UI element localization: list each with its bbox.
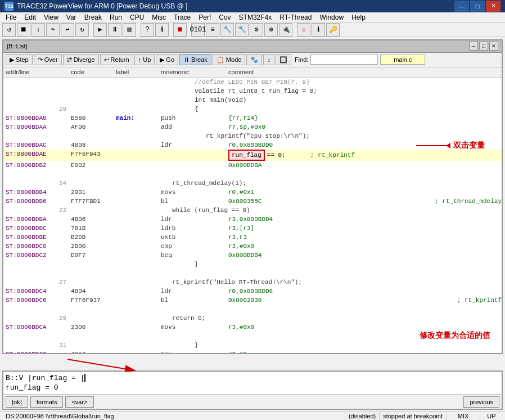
tb-trace[interactable]: ≡ [206,23,219,37]
table-row: ST:0800BDC4 4804 ldr r0,0x800BDD8 [3,287,502,296]
table-row: ST:0800BDC6 F7F6F937 bl 0x8002038 ; rt_k… [3,296,502,305]
menu-perf[interactable]: Perf [195,12,214,22]
win-title: [B::List] [7,43,28,49]
table-row: 31 } [3,341,502,350]
menu-stm32f4x[interactable]: STM32F4x [236,12,276,22]
tb-key[interactable]: 🔑 [326,23,340,37]
app-icon: T32 [4,2,13,11]
tb-stop2[interactable]: ⏹ [173,23,187,37]
close-button[interactable]: ✕ [486,1,501,12]
table-row [3,170,502,179]
return-button[interactable]: ↩ Return [100,54,133,65]
statusbar: DS:20000F98 \\rtthread\Global\run_flag (… [0,411,505,420]
input-display: B::V |run_flag = | [6,374,499,382]
tb-mem[interactable]: 0101 [191,23,205,37]
find-input[interactable] [310,55,378,65]
minimize-button[interactable]: — [454,1,469,12]
annotation-double-click-text: 双击变量 [453,141,485,151]
win-minimize[interactable]: ─ [469,42,478,51]
red-arrow-svg [56,356,157,373]
col-headers: addr/line code label mnemonic comment [3,67,502,78]
tb-help[interactable]: ? [141,23,154,37]
ok-button[interactable]: [ok] [6,396,28,408]
run-flag-box[interactable]: run_flag [228,150,265,161]
table-row: rt_kprintf("cpu stop!\r\n"); [3,132,502,141]
status-path: DS:20000F98 \\rtthread\Global\run_flag [2,412,345,420]
table-row: int main(void) [3,96,502,105]
diverge-button[interactable]: ⇄ Diverge [63,54,99,65]
titlebar: T32 TRACE32 PowerView for ARM 0 [Power D… [0,0,505,12]
tb-step-ret[interactable]: ↩ [61,23,74,37]
mode-button[interactable]: 📋 Mode [213,54,246,65]
menu-break[interactable]: Break [81,12,105,22]
menu-help[interactable]: Help [348,12,369,22]
code-area[interactable]: //define LED0_PIN GET_PIN(F, 9) volatile… [3,78,502,353]
formats-button[interactable]: formats [30,396,64,408]
icon-btn2[interactable]: ↕ [263,54,274,65]
menu-cov[interactable]: Cov [215,12,234,22]
win-maximize[interactable]: □ [479,42,488,51]
menu-misc[interactable]: Misc [148,12,169,22]
go-button[interactable]: ▶ Go [156,54,178,65]
code-window: [B::List] ─ □ ✕ ▶ Step ↷ Over ⇄ Diverge … [2,39,503,354]
tb-stop[interactable]: ⏹ [17,23,30,37]
menu-view[interactable]: View [40,12,62,22]
tb-perf[interactable]: 🔧 [220,23,234,37]
menu-file[interactable]: File [2,12,20,22]
step-button[interactable]: ▶ Step [6,54,33,65]
table-row: } [3,260,502,269]
tb-cmd[interactable]: ▤ [123,23,136,37]
var-button[interactable]: <var> [65,396,93,408]
down-arrow-container [0,356,505,369]
menu-window[interactable]: Window [316,12,347,22]
tb-go[interactable]: ▶ [93,23,107,37]
table-row: ST:0800BDBC 781B ldrb r3,[r3] [3,224,502,233]
table-row: ST:0800BDA0 B580 main: push {r7,r14} [3,114,502,123]
table-row: ST:0800BDCC 4618 mov r0,r3 [3,350,502,353]
table-row: 22 while (run_flag == 0) [3,206,502,215]
table-row: 24 rt_thread_mdelay(1); [3,179,502,188]
icon-btn1[interactable]: 🐾 [246,54,262,65]
tb-cov[interactable]: 🔧 [235,23,249,37]
menu-run[interactable]: Run [106,12,125,22]
bottom-panel: B::V |run_flag = | run_flag = 0 [ok] for… [2,371,503,410]
tb-misc2[interactable]: ⚙ [264,23,278,37]
tb-warn[interactable]: ⚠ [297,23,310,37]
win-titlebar: [B::List] ─ □ ✕ [3,40,502,53]
tb-info[interactable]: ℹ [155,23,169,37]
cursor [84,374,85,382]
tb-misc3[interactable]: 🔌 [279,23,292,37]
table-row: ST:0800BDAE F7F6F943 run_flag == 0; ; rt… [3,150,502,161]
find-file-input[interactable] [380,55,425,65]
maximize-button[interactable]: □ [470,1,485,12]
table-row: volatile rt_uint8_t run_flag = 0; [3,87,502,96]
menu-cpu[interactable]: CPU [127,12,147,22]
menu-var[interactable]: Var [63,12,80,22]
bottom-buttons: [ok] formats <var> previous [3,394,502,409]
tb-redo[interactable]: ↻ [75,23,89,37]
up-button[interactable]: ↑ Up [134,54,155,65]
icon-btn3[interactable]: 🔲 [276,54,291,65]
tb-step-over[interactable]: ↷ [46,23,60,37]
tb-info2[interactable]: ℹ [312,23,325,37]
menu-trace[interactable]: Trace [170,12,194,22]
over-button[interactable]: ↷ Over [34,54,62,65]
table-row: 20 { [3,105,502,114]
tb-reset[interactable]: ↺ [2,23,16,37]
previous-button[interactable]: previous [463,396,499,408]
menu-rtthread[interactable]: RT-Thread [276,12,315,22]
tb-misc1[interactable]: ⚙ [250,23,263,37]
annotation-double-click: 双击变量 [416,141,485,151]
col-code-header: code [71,69,116,75]
table-row: ST:0800BDBA 4B06 ldr r3,0x800BDD4 [3,215,502,224]
tb-pause[interactable]: ⏸ [108,23,121,37]
break-button[interactable]: ⏸ Break [179,54,211,65]
menu-edit[interactable]: Edit [21,12,39,22]
table-row: ST:0800BDC0 2B00 cmp r3,#0x0 [3,242,502,251]
tb-step-in[interactable]: ↓ [31,23,45,37]
win-close[interactable]: ✕ [489,42,498,51]
table-row: 29 return 0; [3,314,502,323]
status-up: UP [480,412,503,420]
annotation-modify-var-text: 修改变量为合适的值 [420,331,490,341]
table-row: ST:0800BDB4 2001 movs r0,#0x1 [3,188,502,197]
